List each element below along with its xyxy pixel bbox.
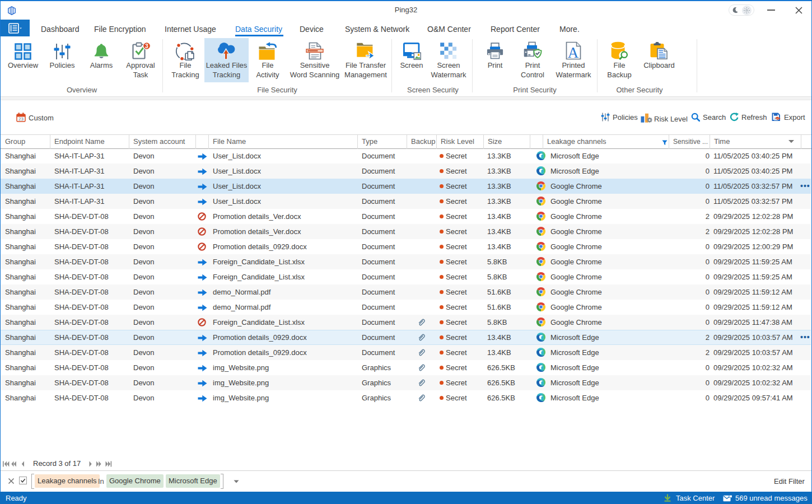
svg-text:A: A [568,44,579,60]
svg-text:23: 23 [18,116,24,122]
svg-text:3: 3 [145,43,148,49]
